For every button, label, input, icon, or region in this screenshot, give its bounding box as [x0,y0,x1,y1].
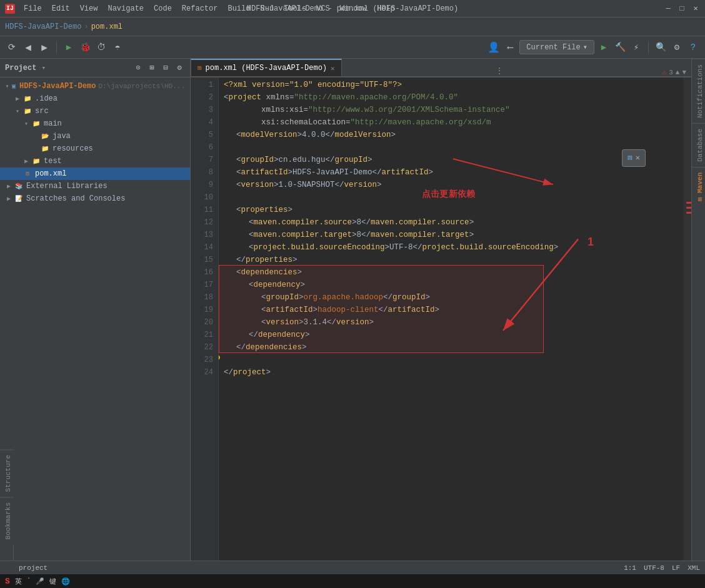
code-content[interactable]: <?xml version="1.0" encoding="UTF-8"?> <… [219,77,683,574]
maven-update-popup[interactable]: m ✕ [622,149,646,167]
debug-button[interactable]: 🐞 [78,41,92,54]
close-button[interactable]: ✕ [691,4,700,13]
xml-b7a: < [236,154,241,166]
tab-bookmarks[interactable]: Bookmarks [0,497,14,544]
line-num-19: 19 [191,304,213,316]
build-button[interactable]: ⚡ [629,41,643,54]
tab-pom-xml[interactable]: m pom.xml (HDFS-JavaAPI-Demo) ✕ [191,59,342,76]
xml-eq-3: = [304,104,309,116]
code-line-14: <project.build.sourceEncoding>UTF-8</pro… [224,241,683,254]
menu-edit[interactable]: Edit [48,3,74,14]
menu-navigate[interactable]: Navigate [104,3,148,14]
tree-item-idea[interactable]: ▶ 📁 .idea [0,92,190,105]
folder-icon-src: 📁 [22,106,32,116]
tree-item-java[interactable]: 📂 java [0,130,190,142]
expand-all-icon[interactable]: ⊞ [146,62,158,74]
tab-database[interactable]: Database [692,123,705,167]
breadcrumb-project[interactable]: HDFS-JavaAPI-Demo [5,22,81,31]
code-line-12: <maven.compiler.source>8</maven.compiler… [224,216,683,229]
maximize-button[interactable]: □ [678,4,686,13]
tree-item-root[interactable]: ▾ ▣ HDFS-JavaAPI-Demo D:\javaprojects\HD… [0,80,190,92]
tree-item-main[interactable]: ▾ 📁 main [0,117,190,130]
maven-popup-close[interactable]: ✕ [636,152,640,164]
xml-tag-aid: artifactId [241,166,288,179]
ime-globe: 🌐 [61,577,70,586]
line-num-6: 6 [191,141,213,154]
debug-config-button[interactable]: 🔨 [613,41,627,54]
error-nav-up[interactable]: ▲ [676,69,680,76]
xml-text-aid2b: hadoop-client [318,304,379,316]
tab-structure[interactable]: Structure [0,449,14,497]
tab-notifications[interactable]: Notifications [692,59,705,123]
vcs-update-button[interactable]: ⟳ [5,41,19,54]
tree-item-pom[interactable]: m pom.xml [0,167,190,180]
breadcrumb-file[interactable]: pom.xml [91,22,122,31]
collapse-all-icon[interactable]: ⊟ [160,62,171,74]
error-count: 3 [669,69,673,76]
line-num-20: 20 [191,316,213,329]
xml-b8c: </ [372,166,382,179]
xml-tag-tgt: maven.compiler.target [254,229,352,241]
xml-tag-enc: project.build.sourceEncoding [254,241,385,254]
breadcrumb-sep: › [84,22,88,31]
error-scrollbar[interactable] [683,77,691,574]
lightbulb-icon[interactable]: 💡 [219,354,222,366]
code-line-1: <?xml version="1.0" encoding="UTF-8"?> [224,79,683,91]
minimize-button[interactable]: ─ [664,4,672,13]
menu-view[interactable]: View [76,3,102,14]
settings-button[interactable]: ⚙ [670,41,684,54]
menu-refactor[interactable]: Refactor [178,3,222,14]
code-line-8: <artifactId>HDFS-JavaAPI-Demo</artifactI… [224,166,683,179]
xml-b7c: </ [326,154,335,166]
tab-more-button[interactable]: ⋮ [490,66,509,76]
menu-code[interactable]: Code [150,3,176,14]
xml-text-aid: HDFS-JavaAPI-Demo [292,166,372,179]
settings-icon[interactable]: ⚙ [174,62,185,74]
code-line-17: <dependency> [224,279,683,291]
line-num-3: 3 [191,104,213,116]
locate-file-icon[interactable]: ⊙ [132,62,144,74]
left-bottom-panels: Structure Bookmarks [0,449,14,574]
xml-b18a: < [261,291,266,304]
line-num-17: ▾17 [191,279,213,291]
folder-icon-idea: 📁 [22,94,32,104]
run-config-button[interactable]: ▶ [597,41,611,54]
xml-tag-mv: modelVersion [241,129,298,141]
coverage-button[interactable]: ☂ [111,41,124,54]
current-file-button[interactable]: Current File ▾ [519,40,594,54]
sidebar-dropdown-icon[interactable]: ▾ [41,64,46,72]
forward-button[interactable]: ▶ [38,41,51,54]
error-nav-down[interactable]: ▼ [682,69,686,76]
window-controls[interactable]: ─ □ ✕ [664,4,700,13]
xml-tag-enc2: project.build.sourceEncoding [422,241,554,254]
tab-close-button[interactable]: ✕ [331,64,335,72]
menu-file[interactable]: File [20,3,46,14]
user-icon[interactable]: 👤 [487,41,501,54]
vcs-icon[interactable]: ⟵ [503,41,517,54]
tree-item-resources[interactable]: 📁 resources [0,142,190,155]
xml-b14a: < [249,241,254,254]
back-button[interactable]: ◀ [21,41,35,54]
xml-bracket-2a: < [224,91,229,104]
tree-item-src[interactable]: ▾ 📁 src [0,105,190,117]
xml-b8b: > [288,166,293,179]
tree-item-external-libs[interactable]: ▶ 📚 External Libraries [0,180,190,192]
tree-label-main: main [44,119,62,128]
line-num-10: 10 [191,191,213,204]
search-everywhere-button[interactable]: 🔍 [654,41,668,54]
tree-item-test[interactable]: ▶ 📁 test [0,155,190,167]
tab-maven[interactable]: m Maven [692,167,705,206]
folder-icon-resources: 📁 [40,144,50,154]
xml-tag-project: project [229,91,262,104]
xml-tag-ver2b: version [266,316,299,329]
tree-label-root: HDFS-JavaAPI-Demo [19,82,96,91]
help-icon[interactable]: ? [686,41,700,54]
profile-button[interactable]: ⏱ [94,41,108,54]
tree-label-pom: pom.xml [35,169,66,178]
tree-item-scratches[interactable]: ▶ 📝 Scratches and Consoles [0,192,190,205]
tree-label-java: java [52,132,71,141]
tree-arrow: ▾ [5,82,9,90]
xml-text-tgt: 8 [357,229,362,241]
xml-tag-aid2c: artifactId [388,304,435,316]
run-button[interactable]: ▶ [62,41,76,54]
